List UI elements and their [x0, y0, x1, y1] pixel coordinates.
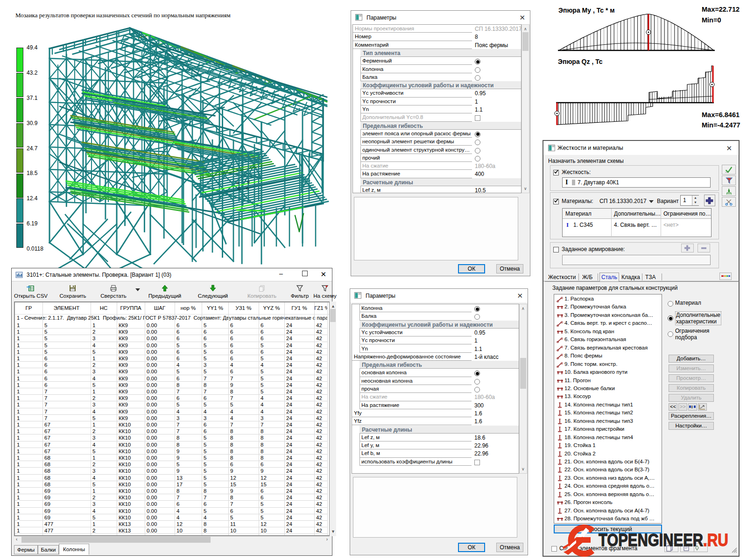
svg-text:Эпюра Qz , Tc: Эпюра Qz , Tc — [558, 58, 603, 65]
svg-text:Max=22.712: Max=22.712 — [702, 6, 740, 13]
svg-text:Min=-4.2477: Min=-4.2477 — [702, 121, 740, 129]
svg-text:Эпюра My , Tc * м: Эпюра My , Tc * м — [558, 7, 615, 14]
svg-text:.RU: .RU — [703, 531, 728, 550]
svg-text:TOPENGINEER: TOPENGINEER — [599, 531, 703, 550]
svg-text:I: I — [691, 405, 693, 409]
svg-text:Min=0: Min=0 — [702, 16, 721, 24]
svg-text:Max=6.8461: Max=6.8461 — [702, 111, 740, 119]
